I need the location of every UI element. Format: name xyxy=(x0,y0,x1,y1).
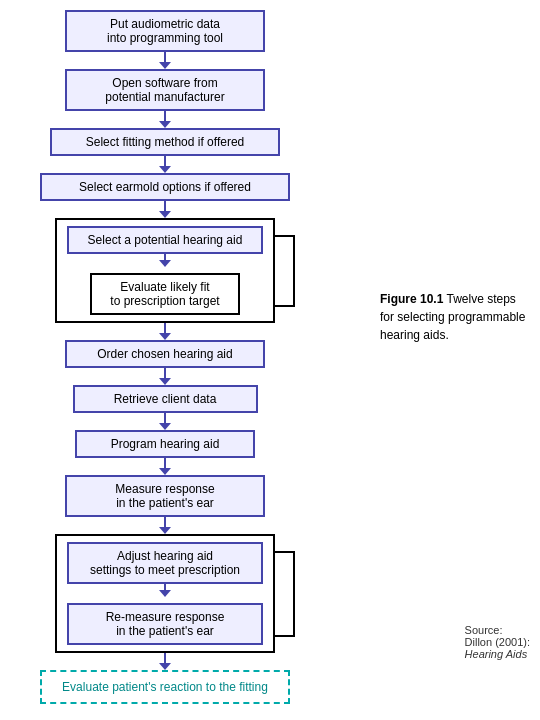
step-3-box: Select fitting method if offered xyxy=(50,128,280,156)
arrow-4 xyxy=(159,211,171,218)
step-5-box: Select a potential hearing aid xyxy=(67,226,263,254)
loop2-h-bottom xyxy=(273,635,295,637)
connector-9-10 xyxy=(164,458,166,468)
connector-8-9 xyxy=(164,413,166,423)
connector-1 xyxy=(164,52,166,62)
loop-h-bottom xyxy=(273,305,295,307)
source-block: Source: Dillon (2001): Hearing Aids xyxy=(465,624,530,660)
arrow-12-eval xyxy=(159,663,171,670)
loop2-h-top xyxy=(273,551,295,553)
step-4-box: Select earmold options if offered xyxy=(40,173,290,201)
source-book: Hearing Aids xyxy=(465,648,530,660)
figure-caption: Figure 10.1 Twelve steps for selecting p… xyxy=(380,290,530,344)
evaluate-box: Evaluate patient's reaction to the fitti… xyxy=(40,670,290,704)
arrow-3 xyxy=(159,166,171,173)
loop-h-top xyxy=(273,235,295,237)
loop-v-right xyxy=(293,235,295,306)
step-12-box: Re-measure response in the patient's ear xyxy=(67,603,263,645)
step-10-box: Measure response in the patient's ear xyxy=(65,475,265,517)
connector-4 xyxy=(164,201,166,211)
arrow-8-9 xyxy=(159,423,171,430)
connector-10-11 xyxy=(164,517,166,527)
step-2-box: Open software from potential manufacture… xyxy=(65,69,265,111)
connector-6-7 xyxy=(164,323,166,333)
loop-box-11-12: Adjust hearing aid settings to meet pres… xyxy=(55,534,275,653)
step-9-box: Program hearing aid xyxy=(75,430,255,458)
source-ref: Dillon (2001): xyxy=(465,636,530,648)
arrow-5-6 xyxy=(159,260,171,267)
arrow-2 xyxy=(159,121,171,128)
connector-3 xyxy=(164,156,166,166)
connector-12-eval xyxy=(164,653,166,663)
step-7-box: Order chosen hearing aid xyxy=(65,340,265,368)
source-label: Source: xyxy=(465,624,530,636)
step-6-box: Evaluate likely fit to prescription targ… xyxy=(90,273,240,315)
loop2-v-right xyxy=(293,551,295,636)
arrow-10-11 xyxy=(159,527,171,534)
loop-box-5-6: Select a potential hearing aid Evaluate … xyxy=(55,218,275,323)
arrow-1 xyxy=(159,62,171,69)
step-8-box: Retrieve client data xyxy=(73,385,258,413)
step-11-box: Adjust hearing aid settings to meet pres… xyxy=(67,542,263,584)
figure-label: Figure 10.1 xyxy=(380,292,443,306)
arrow-7-8 xyxy=(159,378,171,385)
flowchart-diagram: Put audiometric data into programming to… xyxy=(10,10,320,704)
connector-7-8 xyxy=(164,368,166,378)
step-1-box: Put audiometric data into programming to… xyxy=(65,10,265,52)
arrow-9-10 xyxy=(159,468,171,475)
connector-2 xyxy=(164,111,166,121)
arrow-6-7 xyxy=(159,333,171,340)
arrow-11-12 xyxy=(159,590,171,597)
